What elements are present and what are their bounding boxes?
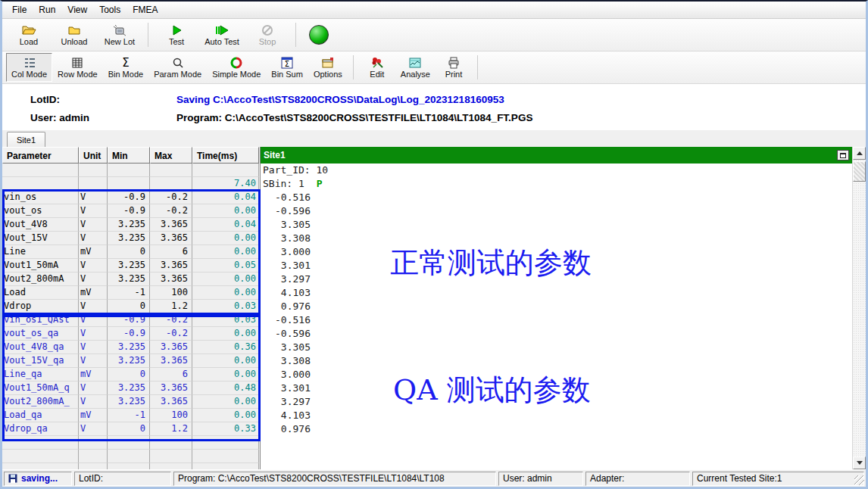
- table-row[interactable]: Vout2_800mA_V3.2353.3650.00: [2, 395, 260, 409]
- toolbar-button-label: Row Mode: [58, 70, 98, 79]
- scrollbar-track[interactable]: [853, 160, 866, 456]
- toolbar-button-load[interactable]: Load: [6, 20, 52, 49]
- cell-parameter: [2, 450, 79, 463]
- status-lotid: LotID:: [74, 472, 171, 486]
- menu-item-view[interactable]: View: [61, 3, 93, 17]
- toolbar-button-edit[interactable]: Edit: [359, 53, 395, 82]
- cell-min: Min: [108, 147, 150, 164]
- cell-min: 0: [108, 422, 150, 436]
- menu-item-file[interactable]: File: [6, 3, 33, 17]
- cell-max: [150, 164, 192, 177]
- toolbar-button-bin-mode[interactable]: ΣBin Mode: [103, 53, 148, 82]
- cell-unit: V: [79, 259, 108, 273]
- toolbar-separator: [477, 55, 478, 79]
- site-value: -0.596: [261, 327, 311, 341]
- table-row[interactable]: Vout_4V8_qaV3.2353.3650.36: [2, 341, 260, 354]
- cell-max: -0.2: [150, 313, 192, 327]
- site-value: 3.000: [261, 245, 311, 259]
- cell-min: -0.9: [108, 313, 150, 327]
- table-row[interactable]: LinemV060.00: [2, 245, 260, 259]
- cell-time: 0.00: [192, 409, 259, 422]
- table-row[interactable]: vout_os_qaV-0.9-0.20.00: [2, 327, 260, 341]
- toolbar-separator: [148, 23, 148, 47]
- table-row[interactable]: Vdrop_qaV01.20.33: [2, 422, 260, 436]
- site-value: 4.103: [261, 409, 311, 422]
- tab-site1[interactable]: Site1: [7, 132, 45, 147]
- table-row[interactable]: VdropV01.20.03: [2, 300, 260, 313]
- svg-text:Σ: Σ: [285, 60, 289, 68]
- resize-grip[interactable]: [854, 475, 864, 485]
- toolbar-button-label: Bin Mode: [108, 70, 143, 79]
- toolbar-button-unload[interactable]: Unload: [52, 20, 97, 49]
- cell-parameter: Line: [2, 245, 79, 259]
- site-value: 3.301: [261, 259, 311, 273]
- table-row[interactable]: vin_os1_QAstV-0.9-0.20.03: [2, 313, 260, 327]
- table-row[interactable]: [2, 463, 260, 469]
- sigma-icon: Σ: [119, 56, 133, 69]
- scroll-up-button[interactable]: [853, 147, 866, 160]
- toolbar-separator: [295, 23, 296, 47]
- cell-time: 0.00: [192, 204, 259, 218]
- toolbar-button-new-lot[interactable]: New Lot: [97, 20, 142, 49]
- status-text: Adapter:: [590, 473, 624, 484]
- toolbar-button-label: Param Mode: [154, 70, 201, 79]
- table-row[interactable]: Vout2_800mAV3.2353.3650.00: [2, 273, 260, 286]
- toolbar-button-label: New Lot: [105, 37, 135, 46]
- restore-window-icon[interactable]: [837, 150, 849, 160]
- toolbar-button-param-mode[interactable]: Param Mode: [148, 53, 207, 82]
- table-row[interactable]: vin_osV-0.9-0.20.04: [2, 191, 260, 204]
- toolbar-button-auto-test[interactable]: Auto Test: [199, 20, 245, 49]
- toolbar-button-label: Test: [169, 37, 184, 46]
- cell-unit: V: [79, 341, 108, 354]
- cell-unit: V: [79, 313, 108, 327]
- table-row[interactable]: [2, 450, 260, 463]
- play-icon: [170, 23, 183, 36]
- cell-min: [108, 463, 150, 469]
- table-row[interactable]: Vout1_50mA_qV3.2353.3650.48: [2, 382, 260, 395]
- toolbar-button-options[interactable]: Options: [308, 53, 348, 82]
- toolbar-button-row-mode[interactable]: Row Mode: [52, 53, 103, 82]
- toolbar-button-label: Unload: [61, 37, 88, 46]
- table-row[interactable]: Line_qamV060.00: [2, 368, 260, 382]
- cell-max: 6: [150, 368, 192, 382]
- table-row[interactable]: Vout_15VV3.2353.3650.00: [2, 232, 260, 245]
- toolbar-button-test[interactable]: Test: [154, 20, 199, 49]
- cell-parameter: Vout_15V: [2, 232, 79, 245]
- menu-item-run[interactable]: Run: [33, 3, 61, 17]
- cell-unit: V: [79, 300, 108, 313]
- status-current-site: Current Tested Site:1: [692, 472, 864, 486]
- scrollbar-thumb[interactable]: [853, 161, 866, 182]
- vertical-scrollbar[interactable]: [852, 147, 866, 469]
- toolbar-button-simple-mode[interactable]: Simple Mode: [207, 53, 266, 82]
- cell-parameter: Load_qa: [2, 409, 79, 422]
- menu-item-tools[interactable]: Tools: [93, 3, 126, 17]
- table-row[interactable]: [2, 164, 260, 177]
- table-row[interactable]: LoadmV-11000.00: [2, 286, 260, 300]
- toolbar-button-analyse[interactable]: Analyse: [395, 53, 436, 82]
- toolbar-button-bin-sum[interactable]: ΣBin Sum: [266, 53, 308, 82]
- site-value: 3.308: [261, 232, 311, 245]
- cell-unit: [79, 450, 108, 463]
- table-row[interactable]: Vout_15V_qaV3.2353.3650.00: [2, 354, 260, 368]
- menu-item-fmea[interactable]: FMEA: [126, 3, 164, 17]
- status-saving: saving...: [4, 472, 72, 486]
- site-value: 4.103: [261, 286, 311, 300]
- table-row[interactable]: Vout1_50mAV3.2353.3650.05: [2, 259, 260, 273]
- table-row[interactable]: Vout_4V8V3.2353.3650.04: [2, 218, 260, 232]
- toolbar-separator: [353, 55, 354, 79]
- scroll-down-button[interactable]: [853, 456, 866, 469]
- cell-min: [108, 164, 150, 177]
- toolbar-button-print[interactable]: Print: [436, 53, 472, 82]
- site-panel-title: Site1: [264, 150, 837, 160]
- site-value: 3.301: [261, 382, 311, 395]
- table-row[interactable]: [2, 436, 260, 450]
- toolbar-button-col-mode[interactable]: Col Mode: [6, 53, 52, 82]
- table-row[interactable]: Load_qamV-11000.00: [2, 409, 260, 422]
- cell-unit: V: [79, 327, 108, 341]
- status-text: Program: C:\AccoTest\STS8200CROSS\TESTFI…: [178, 473, 445, 484]
- cell-unit: mV: [79, 286, 108, 300]
- cell-max: -0.2: [150, 327, 192, 341]
- cell-time: 0.03: [192, 313, 259, 327]
- table-row[interactable]: vout_osV-0.9-0.20.00: [2, 204, 260, 218]
- table-row[interactable]: 7.40: [2, 177, 260, 191]
